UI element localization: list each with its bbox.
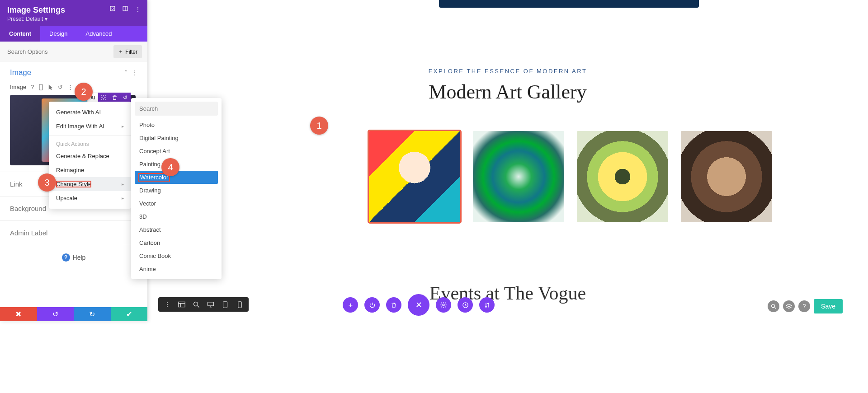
gallery-image-3[interactable] [577,131,668,222]
history-button[interactable] [458,297,473,313]
menu-reimagine[interactable]: Reimagine [49,163,131,177]
menu-generate-ai[interactable]: Generate With AI [49,105,131,119]
undo-button[interactable]: ↺ [37,307,74,321]
svg-rect-0 [110,6,115,11]
hover-icon[interactable] [48,84,53,90]
style-cartoon[interactable]: Cartoon [135,236,218,249]
ai-context-menu: Generate With AI Edit Image With AI▸ Qui… [49,102,131,209]
settings-button[interactable] [436,297,451,313]
svg-point-1 [112,8,113,9]
close-builder-button[interactable]: ✕ [408,294,429,316]
menu-change-style[interactable]: Change Style▸ [49,177,131,191]
trash-icon[interactable] [109,93,120,103]
undo-icon[interactable]: ↺ [120,93,131,103]
section-more-icon[interactable]: ⋮ [131,69,137,76]
admin-label-section[interactable]: Admin Label [0,221,147,245]
help-circle-icon: ? [62,253,70,262]
help-link[interactable]: ? Help [0,245,147,270]
gallery-image-4[interactable] [681,131,772,222]
chevron-up-icon[interactable]: ˄ [124,69,127,76]
svg-point-5 [103,97,104,98]
panel-tabs: Content Design Advanced [0,26,147,42]
add-button[interactable]: ＋ [343,297,358,313]
svg-point-9 [193,302,198,306]
more-icon[interactable]: ⋮ [135,5,141,13]
hero-eyebrow: EXPLORE THE ESSENCE OF MODERN ART [147,68,868,75]
wireframe-icon[interactable] [175,297,189,312]
builder-toolbar: ⋮ [158,297,249,312]
zoom-icon[interactable] [189,297,203,312]
tab-content[interactable]: Content [0,26,40,42]
menu-quick-actions-label: Quick Actions [49,137,131,149]
style-abstract[interactable]: Abstract [135,223,218,236]
search-input[interactable] [5,46,113,58]
style-anime[interactable]: Anime [135,262,218,276]
layers-icon[interactable] [783,300,795,312]
style-drawing[interactable]: Drawing [135,184,218,197]
svg-point-16 [443,304,444,306]
reset-icon[interactable]: ↺ [58,84,63,90]
mobile-icon[interactable] [38,84,43,90]
image-field-label: Image [10,84,26,90]
sort-button[interactable] [479,297,495,313]
tablet-icon[interactable] [218,297,232,312]
style-concept-art[interactable]: Concept Art [135,145,218,158]
svg-rect-4 [39,84,42,90]
power-button[interactable] [364,297,380,313]
svg-line-19 [774,307,776,309]
svg-rect-15 [238,301,241,308]
menu-generate-replace[interactable]: Generate & Replace [49,149,131,163]
help-button[interactable]: ? [798,300,810,312]
style-vector[interactable]: Vector [135,197,218,210]
confirm-button[interactable]: ✔ [111,307,148,321]
filter-label: Filter [125,49,137,55]
field-more-icon[interactable]: ⋮ [67,84,73,90]
filter-button[interactable]: ＋Filter [113,45,142,58]
annotation-badge-1: 1 [310,117,328,135]
annotation-badge-2: 2 [75,83,93,101]
menu-edit-ai[interactable]: Edit Image With AI▸ [49,119,131,133]
hero-title: Modern Art Gallery [147,80,868,103]
style-digital-painting[interactable]: Digital Painting [135,131,218,145]
style-3d[interactable]: 3D [135,210,218,223]
style-search-input[interactable] [135,102,218,116]
search-icon[interactable] [768,300,779,312]
builder-actions: ＋ ✕ [343,297,495,316]
gallery-row [369,131,868,222]
toolbar-more-icon[interactable]: ⋮ [160,297,175,312]
help-icon[interactable]: ? [31,84,34,90]
panel-layout-icon[interactable] [122,5,128,13]
annotation-badge-3: 3 [38,173,56,192]
tab-design[interactable]: Design [40,26,76,42]
style-photo[interactable]: Photo [135,118,218,131]
gear-icon[interactable] [98,93,109,103]
svg-rect-11 [208,302,213,306]
annotation-badge-4: 4 [161,158,179,176]
svg-line-10 [197,305,199,307]
gallery-image-2[interactable] [473,131,564,222]
section-image-title[interactable]: Image [10,68,31,77]
delete-button[interactable] [386,297,401,313]
svg-point-18 [771,304,774,307]
top-header-bar [439,0,699,8]
preset-selector[interactable]: Preset: Default ▾ [7,16,140,22]
right-tools: ? Save [768,299,843,313]
gallery-image-1[interactable] [369,131,460,222]
expand-icon[interactable] [109,5,116,13]
style-comic-book[interactable]: Comic Book [135,249,218,262]
tab-advanced[interactable]: Advanced [77,26,121,42]
style-submenu: Photo Digital Painting Concept Art Paint… [131,98,222,279]
menu-upscale[interactable]: Upscale▸ [49,191,131,205]
svg-rect-6 [179,302,185,307]
desktop-icon[interactable] [203,297,218,312]
cancel-button[interactable]: ✖ [0,307,37,321]
redo-button[interactable]: ↻ [74,307,111,321]
events-title: Events at The Vogue [147,282,868,304]
save-button[interactable]: Save [814,299,843,313]
phone-icon[interactable] [232,297,247,312]
image-toolbar: AI ↺ [87,93,131,103]
svg-rect-14 [223,301,227,308]
